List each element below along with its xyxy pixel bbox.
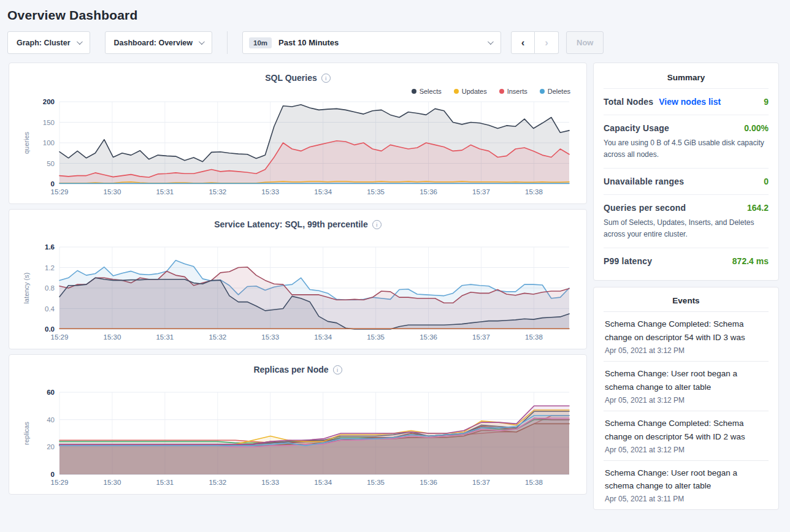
svg-text:200: 200 [43, 98, 55, 105]
summary-value: 0 [764, 177, 769, 186]
svg-text:15:33: 15:33 [261, 188, 279, 196]
svg-text:15:35: 15:35 [367, 479, 385, 486]
event-timestamp: Apr 05, 2021 at 3:12 PM [605, 396, 767, 405]
summary-label: P99 latency [604, 256, 652, 266]
summary-title: Summary [604, 73, 769, 88]
svg-text:1.2: 1.2 [45, 264, 55, 272]
chevron-down-icon [76, 39, 82, 45]
time-step-buttons: ‹ › [511, 31, 559, 54]
svg-text:15:33: 15:33 [261, 333, 279, 341]
svg-text:15:36: 15:36 [420, 333, 437, 341]
event-item[interactable]: Schema Change Completed: Schema change o… [604, 411, 769, 460]
svg-text:15:30: 15:30 [104, 333, 121, 341]
time-range-select[interactable]: 10m Past 10 Minutes [242, 31, 501, 54]
svg-text:15:32: 15:32 [209, 333, 226, 341]
svg-text:15:33: 15:33 [261, 479, 279, 486]
summary-label: Unavailable ranges [604, 177, 684, 186]
dashboard-dropdown[interactable]: Dashboard: Overview [105, 31, 213, 54]
event-item[interactable]: Schema Change Completed: Schema change o… [604, 311, 769, 361]
event-message: Schema Change Completed: Schema change o… [605, 317, 767, 344]
event-timestamp: Apr 05, 2021 at 3:12 PM [605, 446, 767, 454]
summary-row-queries-per-second: Queries per second 164.2 Sum of Selects,… [604, 194, 769, 248]
now-button[interactable]: Now [566, 31, 604, 54]
summary-label: Queries per second [604, 203, 686, 213]
sql-queries-chart[interactable]: 15:2915:3015:3115:3215:3315:3415:3515:36… [20, 97, 575, 199]
summary-value: 872.4 ms [732, 256, 769, 266]
summary-panel: Summary Total Nodes View nodes list 9 Ca… [593, 63, 779, 281]
svg-text:15:38: 15:38 [525, 188, 543, 196]
svg-text:15:29: 15:29 [51, 188, 69, 196]
svg-text:15:37: 15:37 [472, 188, 490, 196]
svg-text:0: 0 [51, 471, 55, 478]
svg-text:15:31: 15:31 [156, 188, 174, 196]
legend-item-deletes[interactable]: Deletes [540, 88, 570, 95]
legend-item-inserts[interactable]: Inserts [499, 88, 527, 95]
summary-row-total-nodes: Total Nodes View nodes list 9 [604, 88, 769, 115]
summary-row-p99-latency: P99 latency 872.4 ms [604, 248, 769, 274]
charts-column: SQL Queries i Selects Updates Inserts [9, 63, 587, 495]
svg-text:15:32: 15:32 [209, 188, 226, 196]
svg-text:15:35: 15:35 [367, 333, 385, 341]
page-header: Overview Dashboard [0, 0, 790, 25]
summary-value: 164.2 [747, 203, 769, 213]
time-range-badge: 10m [249, 37, 272, 48]
event-message: Schema Change Completed: Schema change o… [605, 417, 767, 444]
events-panel: Events Schema Change Completed: Schema c… [593, 287, 779, 510]
toolbar-divider [227, 31, 228, 54]
svg-text:20: 20 [47, 443, 55, 450]
info-icon[interactable]: i [321, 74, 331, 83]
graph-dropdown-label: Graph: Cluster [17, 39, 71, 47]
svg-text:0.4: 0.4 [45, 305, 55, 313]
legend-item-updates[interactable]: Updates [454, 88, 487, 95]
time-prev-button[interactable]: ‹ [511, 31, 535, 54]
legend-dot-icon [540, 89, 545, 94]
svg-text:15:37: 15:37 [472, 333, 490, 341]
svg-text:15:29: 15:29 [51, 333, 69, 341]
svg-text:1.6: 1.6 [45, 243, 55, 251]
main-content: SQL Queries i Selects Updates Inserts [0, 63, 790, 510]
svg-text:15:29: 15:29 [51, 479, 69, 486]
svg-text:100: 100 [43, 139, 55, 146]
svg-text:15:32: 15:32 [209, 479, 226, 486]
time-range-label: Past 10 Minutes [278, 38, 339, 47]
service-latency-chart[interactable]: 15:2915:3015:3115:3215:3315:3415:3515:36… [20, 242, 575, 344]
event-item[interactable]: Schema Change: User root began a schema … [604, 361, 769, 411]
graph-dropdown[interactable]: Graph: Cluster [7, 31, 90, 54]
svg-text:150: 150 [43, 119, 55, 126]
chart-title: Service Latency: SQL, 99th percentile [214, 219, 368, 229]
time-next-button[interactable]: › [535, 31, 559, 54]
event-timestamp: Apr 05, 2021 at 3:12 PM [605, 346, 767, 355]
event-item[interactable]: Schema Change: User root began a schema … [604, 460, 769, 510]
chart-title: Replicas per Node [253, 365, 328, 374]
event-message: Schema Change: User root began a schema … [605, 367, 767, 394]
svg-text:40: 40 [47, 416, 55, 424]
svg-text:0: 0 [51, 180, 55, 188]
legend-item-selects[interactable]: Selects [412, 88, 442, 95]
info-icon[interactable]: i [333, 365, 342, 374]
svg-text:15:31: 15:31 [156, 479, 174, 486]
event-message: Schema Change: User root began a schema … [605, 466, 767, 493]
summary-row-capacity-usage: Capacity Usage 0.00% You are using 0 B o… [604, 115, 769, 168]
page-title: Overview Dashboard [7, 8, 780, 23]
info-icon[interactable]: i [372, 220, 382, 229]
svg-text:15:34: 15:34 [314, 333, 332, 341]
summary-value: 9 [764, 97, 769, 107]
view-nodes-list-link[interactable]: View nodes list [659, 97, 721, 107]
summary-description: You are using 0 B of 4.5 GiB usable disk… [604, 137, 769, 160]
replicas-per-node-chart[interactable]: 15:2915:3015:3115:3215:3315:3415:3515:36… [20, 387, 575, 489]
svg-text:15:38: 15:38 [525, 333, 543, 341]
svg-text:15:30: 15:30 [104, 479, 121, 486]
events-title: Events [604, 296, 769, 311]
svg-text:0.0: 0.0 [45, 325, 55, 333]
replicas-per-node-chart-panel: Replicas per Node i 15:2915:3015:3115:32… [9, 354, 587, 495]
summary-label: Capacity Usage [604, 123, 669, 133]
svg-text:15:35: 15:35 [367, 188, 385, 196]
svg-text:queries: queries [23, 131, 30, 154]
chart-legend: Selects Updates Inserts Deletes [20, 86, 570, 97]
svg-text:replicas: replicas [23, 422, 30, 445]
svg-text:15:36: 15:36 [420, 479, 437, 486]
summary-value: 0.00% [744, 123, 769, 133]
summary-row-unavailable-ranges: Unavailable ranges 0 [604, 168, 769, 194]
svg-text:50: 50 [47, 160, 55, 167]
summary-label: Total Nodes [604, 97, 653, 107]
